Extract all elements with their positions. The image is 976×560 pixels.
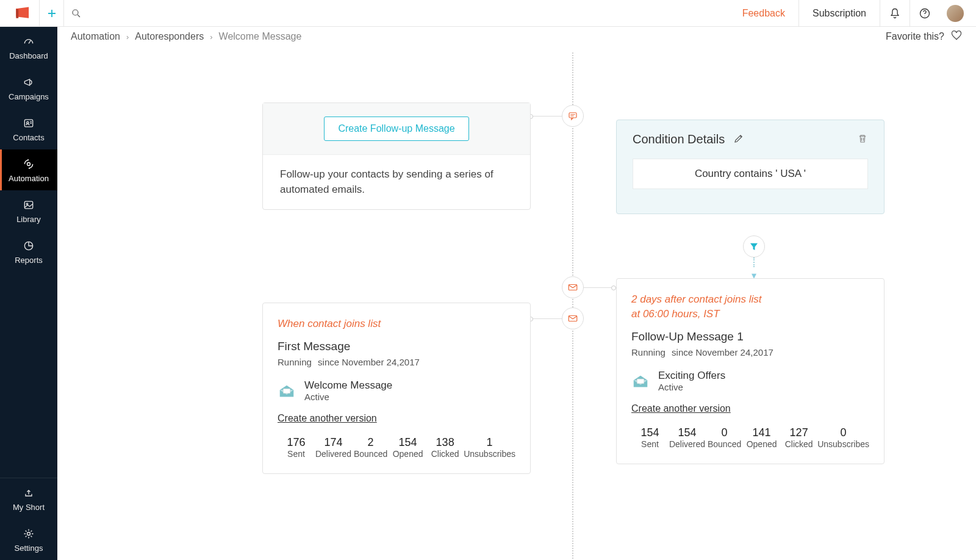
sidebar-item-dashboard[interactable]: Dashboard [0,27,57,68]
heart-icon[interactable] [950,29,963,44]
edit-icon[interactable] [733,133,744,146]
connector [531,116,562,117]
sidebar-item-campaigns[interactable]: Campaigns [0,68,57,109]
stat: 154Delivered [669,426,706,449]
sidebar-label: Reports [2,256,55,265]
svg-point-5 [27,163,30,166]
search-button[interactable] [63,0,88,27]
topbar: Feedback Subscription [0,0,976,27]
stat: 0Bounced [706,426,743,449]
running-info: Running since November 24,2017 [278,357,515,367]
sidebar-label: Automation [2,174,55,183]
stat: 1Unsubscribes [464,436,515,459]
stat: 0Unsubscribes [817,426,869,449]
chevron-right-icon: › [126,32,129,41]
campaign-status: Active [304,392,392,402]
user-avatar[interactable] [939,5,969,22]
message-title: First Message [278,340,515,353]
sidebar-label: Campaigns [2,92,55,101]
sidebar: Dashboard Campaigns Contacts Automation … [0,27,57,560]
crumb-current: Welcome Message [219,31,302,42]
message-node-right [562,276,584,298]
connector [531,318,562,320]
crumb-automation[interactable]: Automation [71,31,120,42]
first-message-card: When contact joins list First Message Ru… [262,303,531,474]
speech-node [562,105,584,127]
svg-point-9 [27,533,30,536]
stat: 2Bounced [352,436,389,459]
gauge-icon [22,35,35,48]
svg-rect-12 [569,316,577,321]
favorite-label: Favorite this? [886,31,944,42]
subscription-link[interactable]: Subscription [798,0,880,26]
add-button[interactable] [39,0,63,27]
create-version-link[interactable]: Create another version [278,413,377,424]
gear-icon [22,528,35,540]
automation-icon [22,158,35,170]
message-node-left [562,307,584,329]
envelope-open-icon [631,372,650,390]
stats-row: 176Sent174Delivered2Bounced154Opened138C… [278,436,515,459]
trigger-line2: at 06:00 hours, IST [631,308,869,320]
sidebar-item-contacts[interactable]: Contacts [0,109,57,149]
intro-desc: Follow-up your contacts by sending a ser… [263,155,530,209]
sidebar-item-library[interactable]: Library [0,190,57,231]
stats-row: 154Sent154Delivered0Bounced141Opened127C… [631,426,869,449]
trash-icon[interactable] [857,133,868,146]
trigger-text: When contact joins list [278,318,515,330]
svg-rect-11 [569,285,577,290]
timeline [572,52,573,560]
stat: 138Clicked [426,436,464,459]
svg-rect-10 [569,113,576,118]
intro-card: Create Follow-up Message Follow-up your … [262,102,531,210]
condition-card: Condition Details Country contains ' USA… [616,120,884,214]
sidebar-item-myshort[interactable]: My Short [0,478,57,519]
sidebar-item-settings[interactable]: Settings [0,519,57,560]
stat: 154Opened [389,436,426,459]
campaign-status: Active [658,382,725,392]
notifications-button[interactable] [880,0,910,26]
stat: 176Sent [278,436,315,459]
app-logo[interactable] [7,5,39,21]
create-followup-button[interactable]: Create Follow-up Message [324,117,468,141]
funnel-icon [748,241,759,252]
running-info: Running since November 24,2017 [631,347,869,357]
stat: 127Clicked [780,426,817,449]
sidebar-label: Library [2,215,55,224]
followup-card: 2 days after contact joins list at 06:00… [616,278,884,464]
sidebar-item-automation[interactable]: Automation [0,149,57,190]
svg-point-2 [925,15,925,16]
svg-point-0 [73,10,78,15]
crumb-autoresponders[interactable]: Autoresponders [135,31,204,42]
sidebar-label: Settings [2,544,55,553]
condition-title: Condition Details [633,132,725,146]
contacts-icon [22,117,35,129]
condition-value: Country contains ' USA ' [633,159,868,189]
envelope-open-icon [278,382,296,400]
pie-icon [22,240,35,252]
sidebar-label: Contacts [2,133,55,142]
chevron-right-icon: › [210,32,212,41]
message-title: Follow-Up Message 1 [631,330,869,343]
campaign-name: Exciting Offers [658,370,725,382]
feedback-link[interactable]: Feedback [729,0,798,26]
image-icon [22,199,35,211]
breadcrumb: Automation › Autoresponders › Welcome Me… [57,27,976,46]
stat: 141Opened [743,426,780,449]
trigger-line1: 2 days after contact joins list [631,293,869,306]
stat: 174Delivered [315,436,352,459]
sidebar-label: My Short [2,503,55,512]
sidebar-label: Dashboard [2,51,55,60]
connector [583,287,614,289]
help-button[interactable] [910,0,939,26]
campaign-name: Welcome Message [304,379,392,392]
stat: 154Sent [631,426,669,449]
content: Automation › Autoresponders › Welcome Me… [57,27,976,560]
megaphone-icon [22,76,35,88]
shortcut-icon [22,487,35,499]
sidebar-item-reports[interactable]: Reports [0,231,57,272]
funnel-node: ▾ [743,235,765,281]
create-version-link[interactable]: Create another version [631,403,731,414]
